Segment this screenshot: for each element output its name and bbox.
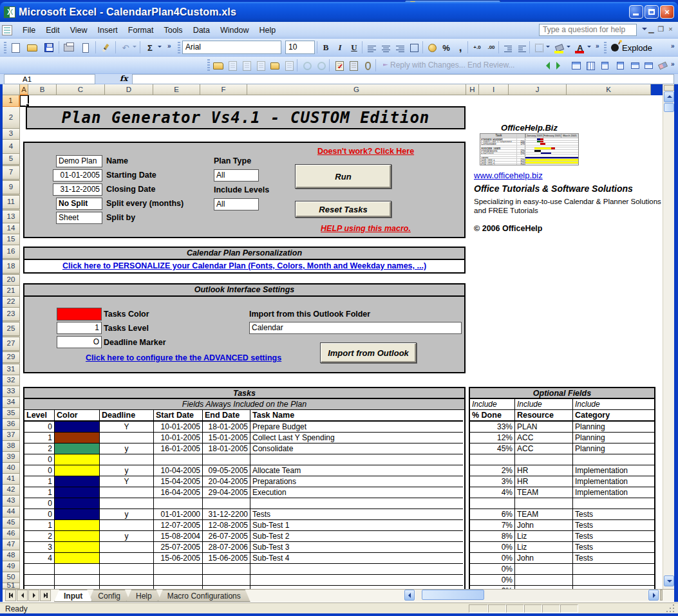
- task-color-swatch[interactable]: [55, 465, 100, 476]
- borders-dropdown-icon[interactable]: [546, 46, 550, 50]
- increase-decimal-icon[interactable]: +.0: [470, 41, 484, 55]
- bold-icon[interactable]: B: [319, 41, 333, 55]
- question-box[interactable]: Type a question for help: [539, 24, 637, 36]
- explode-bomb-icon[interactable]: [608, 41, 622, 55]
- task-color-swatch[interactable]: [55, 498, 100, 509]
- column-header-b[interactable]: B: [28, 84, 57, 95]
- row-header-21[interactable]: 21: [3, 286, 20, 297]
- resize-grip[interactable]: [666, 604, 675, 613]
- vertical-scrollbar[interactable]: [663, 84, 674, 589]
- row-header-16[interactable]: 16: [3, 245, 20, 259]
- split-handle[interactable]: [664, 85, 674, 91]
- row-header-20[interactable]: 20: [3, 275, 20, 286]
- row-header-29[interactable]: 29: [3, 352, 20, 363]
- horizontal-scrollbar[interactable]: [416, 590, 648, 601]
- menu-format[interactable]: Format: [123, 24, 159, 37]
- row-header-13[interactable]: 13: [3, 210, 20, 223]
- font-size-select[interactable]: 10: [285, 41, 315, 54]
- undo-icon[interactable]: ↶: [118, 41, 133, 55]
- outlook-folder-field[interactable]: Calendar: [249, 322, 462, 334]
- task-color-swatch[interactable]: [55, 509, 100, 520]
- row-header-49[interactable]: 49: [3, 561, 20, 572]
- select-all-corner[interactable]: [3, 84, 20, 95]
- decrease-indent-icon[interactable]: [501, 41, 515, 55]
- delete-sheet-icon[interactable]: [282, 59, 296, 73]
- minimize-button[interactable]: [629, 5, 643, 19]
- arrange-pane-left-icon[interactable]: [613, 59, 627, 73]
- menu-tools[interactable]: Tools: [158, 24, 187, 37]
- row-header-27[interactable]: 27: [3, 337, 20, 351]
- doc-minimize-button[interactable]: ▁: [646, 25, 656, 35]
- row-header-3[interactable]: 3: [3, 129, 20, 140]
- sheets-stack-icon[interactable]: [268, 59, 282, 73]
- task-color-swatch[interactable]: [55, 476, 100, 487]
- starting-date-field[interactable]: 01-01-2005: [53, 169, 102, 182]
- column-header-i[interactable]: I: [479, 84, 509, 95]
- row-header-46[interactable]: 46: [3, 528, 20, 539]
- row-header-32[interactable]: 32: [3, 375, 20, 386]
- task-color-swatch[interactable]: [55, 531, 100, 542]
- print-icon[interactable]: [62, 41, 76, 55]
- row-header-42[interactable]: 42: [3, 485, 20, 496]
- insert-sheet-icon[interactable]: [225, 59, 240, 73]
- tab-macro-configurations[interactable]: Macro Configurations: [158, 590, 250, 602]
- clipboard-check-icon[interactable]: ✓: [332, 59, 346, 73]
- menu-edit[interactable]: Edit: [41, 24, 65, 37]
- align-center-icon[interactable]: [379, 41, 393, 55]
- last-sheet-icon[interactable]: [40, 590, 51, 601]
- row-header-9[interactable]: 9: [3, 181, 20, 194]
- reviewing-overflow-icon[interactable]: »: [671, 61, 675, 68]
- active-cell-a1[interactable]: [20, 95, 29, 107]
- font-color-dropdown-icon[interactable]: [587, 46, 591, 50]
- autosum-dropdown-icon[interactable]: [158, 46, 162, 50]
- task-color-swatch[interactable]: [55, 542, 100, 553]
- menu-data[interactable]: Data: [188, 24, 215, 37]
- tab-split-handle[interactable]: [660, 590, 663, 601]
- new-document-icon[interactable]: [8, 41, 23, 55]
- print-preview-icon[interactable]: [79, 41, 93, 55]
- advanced-settings-link[interactable]: Click here to configure the the ADVANCED…: [86, 353, 281, 362]
- task-color-swatch[interactable]: [55, 443, 100, 454]
- row-header-18[interactable]: 18: [3, 260, 20, 274]
- row-header-39[interactable]: 39: [3, 452, 20, 463]
- menu-file[interactable]: File: [17, 24, 41, 37]
- decrease-decimal-icon[interactable]: .00: [484, 41, 498, 55]
- column-header-c[interactable]: C: [57, 84, 105, 95]
- attachment-icon[interactable]: [361, 59, 375, 73]
- export-picture-icon[interactable]: [346, 59, 361, 73]
- task-color-swatch[interactable]: [55, 520, 100, 531]
- row-header-33[interactable]: 33: [3, 386, 20, 397]
- column-header-a[interactable]: A: [20, 84, 28, 95]
- formatting-overflow-icon[interactable]: »: [596, 42, 599, 50]
- eraser-icon[interactable]: [655, 59, 670, 73]
- split-every-field[interactable]: No Split: [56, 198, 102, 210]
- row-header-4[interactable]: 4: [3, 140, 20, 154]
- undo-dropdown-icon[interactable]: [133, 46, 137, 50]
- tasks-level-field[interactable]: 1: [57, 322, 102, 334]
- column-header-j[interactable]: J: [509, 84, 567, 95]
- column-header-h[interactable]: H: [466, 84, 479, 95]
- row-header-34[interactable]: 34: [3, 397, 20, 408]
- row-header-23[interactable]: 23: [3, 308, 20, 321]
- italic-icon[interactable]: I: [333, 41, 347, 55]
- column-header-k[interactable]: K: [567, 84, 651, 95]
- plan-name-field[interactable]: Demo Plan: [56, 155, 102, 167]
- toolbar-overflow-icon[interactable]: »: [167, 42, 171, 50]
- row-header-15[interactable]: 15: [3, 234, 20, 245]
- maximize-button[interactable]: [645, 5, 659, 19]
- row-header-43[interactable]: 43: [3, 496, 20, 507]
- plan-type-field[interactable]: All: [214, 169, 259, 182]
- percent-style-icon[interactable]: %: [439, 41, 453, 55]
- first-sheet-icon[interactable]: [5, 590, 16, 601]
- explode-button[interactable]: Explode: [622, 43, 652, 53]
- next-sheet-icon[interactable]: [28, 590, 39, 601]
- run-button[interactable]: Run: [295, 164, 391, 189]
- officehelp-url-link[interactable]: www.officehelp.biz: [474, 171, 543, 180]
- arrange-pane-right-icon[interactable]: [598, 59, 612, 73]
- insert-function-icon[interactable]: fx: [120, 74, 127, 83]
- grid-icon[interactable]: [583, 59, 598, 73]
- align-left-icon[interactable]: [364, 41, 379, 55]
- fill-color-icon[interactable]: [552, 41, 567, 55]
- column-header-d[interactable]: D: [105, 84, 153, 95]
- autosum-icon[interactable]: Σ: [143, 41, 157, 55]
